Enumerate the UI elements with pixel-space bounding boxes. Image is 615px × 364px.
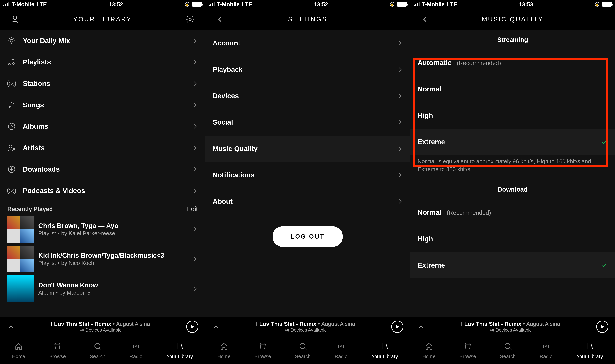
- expand-up-icon[interactable]: [212, 323, 220, 331]
- tab-radio[interactable]: Radio: [540, 341, 552, 359]
- edit-button[interactable]: Edit: [187, 205, 198, 212]
- settings-row-playback[interactable]: Playback: [205, 56, 410, 83]
- streaming-option-high[interactable]: High: [410, 102, 615, 129]
- chevron-right-icon: [192, 256, 198, 262]
- tab-icon: [585, 341, 595, 351]
- chevron-right-icon: [192, 226, 198, 232]
- tab-home[interactable]: Home: [12, 341, 25, 359]
- tab-bar: Home Browse Search Radio Your Library: [410, 336, 615, 364]
- svg-point-24: [545, 346, 547, 347]
- download-option-extreme[interactable]: Extreme: [410, 252, 615, 278]
- library-item-stations[interactable]: Stations: [0, 73, 205, 94]
- library-item-artists[interactable]: Artists: [0, 137, 205, 159]
- library-item-playlists[interactable]: Playlists: [0, 52, 205, 73]
- download-option-normal[interactable]: Normal (Recommended): [410, 199, 615, 226]
- chevron-right-icon: [397, 199, 403, 204]
- orientation-lock-icon: 🔒: [390, 2, 395, 7]
- tab-browse[interactable]: Browse: [460, 341, 476, 359]
- screen-your-library: T-Mobile LTE 13:52 🔒 YOUR LIBRARY Your D…: [0, 0, 205, 364]
- tab-your-library[interactable]: Your Library: [576, 341, 603, 359]
- devices-available[interactable]: Devices Available: [223, 327, 388, 333]
- now-playing-bar[interactable]: I Luv This Shit - Remix • August Alsina …: [0, 317, 205, 336]
- settings-row-about[interactable]: About: [205, 188, 410, 215]
- tab-radio[interactable]: Radio: [335, 341, 347, 359]
- nav-header: MUSIC QUALITY: [410, 9, 615, 30]
- signal-icon: [3, 2, 9, 6]
- tab-browse[interactable]: Browse: [49, 341, 66, 359]
- recently-played-row[interactable]: Don't Wanna Know Album • by Maroon 5: [0, 274, 205, 303]
- library-item-albums[interactable]: Albums: [0, 116, 205, 137]
- back-button[interactable]: [214, 13, 226, 25]
- svg-point-19: [300, 343, 305, 349]
- now-playing-bar[interactable]: I Luv This Shit - Remix • August Alsina …: [205, 317, 410, 336]
- streaming-option-normal[interactable]: Normal: [410, 76, 615, 102]
- devices-available[interactable]: Devices Available: [428, 327, 593, 333]
- battery-icon: [602, 2, 612, 7]
- status-bar: T-Mobile LTE 13:52 🔒: [0, 0, 205, 9]
- svg-rect-13: [80, 329, 82, 331]
- svg-point-23: [505, 343, 510, 349]
- play-button[interactable]: [186, 321, 198, 333]
- settings-row-label: Social: [213, 118, 397, 126]
- tab-label: Browse: [49, 354, 66, 359]
- play-button[interactable]: [391, 321, 403, 333]
- library-item-songs[interactable]: Songs: [0, 94, 205, 116]
- streaming-option-automatic[interactable]: Automatic (Recommended): [410, 50, 615, 76]
- tab-your-library[interactable]: Your Library: [371, 341, 398, 359]
- chevron-right-icon: [192, 167, 198, 172]
- tab-home[interactable]: Home: [422, 341, 436, 359]
- orientation-lock-icon: 🔒: [595, 2, 600, 7]
- check-icon: [601, 139, 608, 145]
- streaming-option-extreme[interactable]: Extreme: [410, 129, 615, 155]
- svg-point-16: [135, 346, 137, 347]
- log-out-button[interactable]: LOG OUT: [273, 226, 343, 247]
- tab-browse[interactable]: Browse: [255, 341, 271, 359]
- settings-row-devices[interactable]: Devices: [205, 83, 410, 109]
- back-button[interactable]: [419, 13, 431, 25]
- recently-played-header: Recently Played Edit: [0, 201, 205, 214]
- library-item-label: Downloads: [23, 165, 192, 173]
- quality-option-label: Normal: [418, 85, 608, 93]
- settings-row-notifications[interactable]: Notifications: [205, 162, 410, 188]
- library-item-your-daily-mix[interactable]: Your Daily Mix: [0, 30, 205, 52]
- orientation-lock-icon: 🔒: [185, 2, 190, 7]
- tab-search[interactable]: Search: [90, 341, 106, 359]
- download-option-high[interactable]: High: [410, 226, 615, 252]
- tab-icon: [258, 341, 268, 351]
- devices-available[interactable]: Devices Available: [18, 327, 183, 333]
- tab-radio[interactable]: Radio: [130, 341, 142, 359]
- library-item-downloads[interactable]: Downloads: [0, 159, 205, 180]
- note-icon: [7, 101, 23, 109]
- chevron-right-icon: [397, 172, 403, 178]
- profile-button[interactable]: [9, 13, 21, 25]
- expand-up-icon[interactable]: [417, 323, 425, 331]
- settings-row-account[interactable]: Account: [205, 30, 410, 56]
- play-button[interactable]: [596, 321, 608, 333]
- battery-icon: [397, 2, 407, 7]
- settings-row-music-quality[interactable]: Music Quality: [205, 135, 410, 162]
- chevron-right-icon: [192, 145, 198, 151]
- settings-row-social[interactable]: Social: [205, 109, 410, 135]
- library-item-label: Podcasts & Videos: [23, 187, 192, 195]
- playlist-art: [7, 246, 34, 272]
- sun-icon: [7, 37, 23, 45]
- settings-row-label: Devices: [213, 92, 397, 100]
- tab-search[interactable]: Search: [295, 341, 311, 359]
- tab-your-library[interactable]: Your Library: [166, 341, 193, 359]
- recently-played-row[interactable]: Chris Brown, Tyga — Ayo Playlist • by Ka…: [0, 214, 205, 244]
- library-item-podcasts-videos[interactable]: Podcasts & Videos: [0, 180, 205, 201]
- quality-option-label: Extreme: [418, 138, 601, 146]
- tab-icon: [53, 341, 62, 351]
- library-item-label: Artists: [23, 144, 192, 152]
- expand-up-icon[interactable]: [7, 323, 15, 331]
- recently-played-row[interactable]: Kid Ink/Chris Brown/Tyga/Blackmusic<3 Pl…: [0, 244, 205, 274]
- svg-point-15: [95, 343, 100, 349]
- chevron-right-icon: [192, 188, 198, 194]
- tab-home[interactable]: Home: [217, 341, 231, 359]
- check-icon: [601, 262, 608, 269]
- tab-label: Browse: [460, 354, 476, 359]
- now-playing-bar[interactable]: I Luv This Shit - Remix • August Alsina …: [410, 317, 615, 336]
- settings-button[interactable]: [184, 13, 196, 25]
- tab-search[interactable]: Search: [500, 341, 516, 359]
- recently-played-subtitle: Playlist • by Nico Koch: [38, 260, 188, 266]
